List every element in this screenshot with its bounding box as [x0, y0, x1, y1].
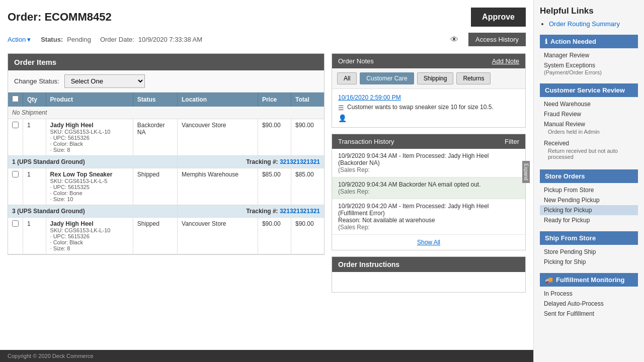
- order-instructions-header: Order Instructions: [332, 257, 525, 272]
- transaction-history-title: Transaction History: [338, 138, 394, 145]
- item-qty: 1: [23, 218, 46, 254]
- sub-header: Action ▾ Status: Pending Order Date: 10/…: [8, 33, 526, 46]
- sidebar-item-picking-for-pickup[interactable]: Picking for Pickup: [540, 205, 638, 215]
- change-status-row: Change Status: Select One: [8, 70, 324, 93]
- show-all-link[interactable]: Show All: [332, 235, 525, 250]
- fulfillment-header: 🚚 Fulfillment Monitoring: [540, 273, 638, 287]
- eye-icon[interactable]: 👁: [450, 35, 458, 44]
- notes-tabs: All Customer Care Shipping Returns: [332, 68, 525, 89]
- access-history-button[interactable]: Access History: [468, 33, 526, 46]
- tab-shipping[interactable]: Shipping: [417, 72, 454, 84]
- sidebar-item-store-pending-ship[interactable]: Store Pending Ship: [540, 247, 638, 257]
- tab-customer-care[interactable]: Customer Care: [360, 72, 414, 84]
- col-product: Product: [46, 93, 133, 107]
- truck-icon: 🚚: [545, 276, 553, 284]
- sidebar-item-sent-for-fulfillment[interactable]: Sent for Fulfillment: [540, 309, 638, 319]
- table-row: 1 Rex Low Top Sneaker SKU: CGS6153-LK-L-…: [8, 168, 324, 205]
- item-location: Vancouver Store: [178, 119, 258, 156]
- item-checkbox[interactable]: [12, 220, 19, 227]
- col-total: Total: [291, 93, 325, 107]
- order-items-box: Order Items Change Status: Select One: [8, 53, 325, 255]
- helpful-links-title: Helpful Links: [540, 6, 638, 16]
- footer-text: Copyright © 2020 Deck Commerce: [8, 353, 94, 359]
- note-text: Customer wants to swap sneaker size 10 f…: [347, 104, 494, 111]
- order-notes-box: Order Notes Add Note All Customer Care S…: [332, 53, 526, 128]
- note-list-icon: ☰: [338, 104, 344, 112]
- sidebar-item-in-process[interactable]: In Process: [540, 289, 638, 299]
- sidebar-item-delayed-auto-process[interactable]: Delayed Auto-Process: [540, 299, 638, 309]
- sidebar-item-manual-review[interactable]: Manual Review Orders held in Admin: [540, 119, 638, 138]
- item-total: $90.00: [291, 119, 325, 156]
- transaction-entry-1: 10/9/2020 9:04:34 AM - Item Processed: J…: [332, 149, 525, 177]
- change-status-select[interactable]: Select One: [64, 74, 145, 88]
- item-qty: 1: [23, 119, 46, 156]
- col-qty: Qty: [23, 93, 46, 107]
- action-button[interactable]: Action ▾: [8, 36, 31, 43]
- sidebar-item-new-pending-pickup[interactable]: New Pending Pickup: [540, 195, 638, 205]
- select-all-checkbox[interactable]: [12, 96, 19, 102]
- sidebar-item-received[interactable]: Received Return received but not auto pr…: [540, 138, 638, 163]
- item-total: $90.00: [291, 218, 325, 254]
- order-items-table: Qty Product Status Location Price Total: [8, 93, 324, 254]
- item-product: Jady High Heel SKU: CGS6153-LK-L-10 · UP…: [46, 218, 133, 254]
- item-check: [8, 119, 23, 156]
- no-shipment-row: No Shipment: [8, 107, 324, 119]
- item-check: [8, 218, 23, 254]
- transaction-history-header: Transaction History Filter: [332, 134, 525, 149]
- change-status-label: Change Status:: [14, 77, 59, 85]
- two-col-layout: Order Items Change Status: Select One: [8, 53, 526, 293]
- sidebar-item-pickup-from-store[interactable]: Pickup From Store: [540, 185, 638, 195]
- order-items-header: Order Items: [8, 54, 324, 70]
- list-item: Order Routing Summary: [549, 20, 638, 28]
- sidebar-item-manager-review[interactable]: Manager Review: [540, 50, 638, 60]
- item-checkbox[interactable]: [12, 171, 19, 177]
- table-row: 1 Jady High Heel SKU: CGS6153-LK-L-10 · …: [8, 218, 324, 254]
- sidebar-item-system-exceptions[interactable]: System Exceptions(Payment/Order Errors): [540, 60, 638, 77]
- order-instructions-content: [332, 272, 525, 292]
- item-price: $90.00: [258, 218, 291, 254]
- order-routing-summary-link[interactable]: Order Routing Summary: [549, 20, 620, 28]
- item-product: Rex Low Top Sneaker SKU: CGS6153-LK-L-5 …: [46, 168, 133, 205]
- right-sidebar: Helpful Links Order Routing Summary ℹ Ac…: [533, 0, 644, 362]
- tracking-link-1[interactable]: 321321321321: [280, 158, 320, 165]
- store-orders-header: Store Orders: [540, 169, 638, 183]
- order-id: ECOMM8452: [44, 11, 111, 23]
- sidebar-item-picking-for-ship[interactable]: Picking for Ship: [540, 257, 638, 267]
- ship-from-store-header: Ship From Store: [540, 231, 638, 245]
- add-note-button[interactable]: Add Note: [492, 57, 519, 65]
- order-title: Order: ECOMM8452: [8, 11, 112, 24]
- sidebar-section-fulfillment: 🚚 Fulfillment Monitoring In Process Dela…: [540, 273, 638, 319]
- sidebar-item-fraud-review[interactable]: Fraud Review: [540, 109, 638, 119]
- transaction-history-box: Transaction History Filter 10/9/2020 9:0…: [332, 134, 526, 250]
- sidebar-item-ready-for-pickup[interactable]: Ready for Pickup: [540, 215, 638, 225]
- order-items-section: Order Items Change Status: Select One: [8, 53, 325, 293]
- note-date[interactable]: 10/16/2020 2:59:00 PM: [338, 94, 519, 101]
- notes-content: 10/16/2020 2:59:00 PM ☰ Customer wants t…: [332, 89, 525, 127]
- item-status: Shipped: [133, 168, 177, 205]
- item-status: Shipped: [133, 218, 177, 254]
- no-shipment-label: No Shipment: [8, 107, 324, 119]
- tracking-link-3[interactable]: 321321321321: [280, 208, 320, 215]
- sidebar-section-ship-from-store: Ship From Store Store Pending Ship Picki…: [540, 231, 638, 267]
- status-area: Status: Pending Order Date: 10/9/2020 7:…: [41, 36, 202, 43]
- transaction-entry-3: 10/9/2020 9:04:20 AM - Item Processed: J…: [332, 199, 525, 235]
- table-row: 1 Jady High Heel SKU: CGS6153-LK-L-10 · …: [8, 119, 324, 156]
- item-product: Jady High Heel SKU: CGS6153-LK-L-10 · UP…: [46, 119, 133, 156]
- tab-all[interactable]: All: [337, 72, 357, 84]
- right-col: Expand Order Notes Add Note All Customer…: [332, 53, 526, 293]
- tab-returns[interactable]: Returns: [456, 72, 491, 84]
- order-prefix: Order:: [8, 11, 41, 23]
- sidebar-item-need-warehouse[interactable]: Need Warehouse: [540, 99, 638, 109]
- csr-header: Customer Service Review: [540, 83, 638, 97]
- sidebar-section-csr: Customer Service Review Need Warehouse F…: [540, 83, 638, 163]
- item-checkbox[interactable]: [12, 122, 19, 128]
- col-check: [8, 93, 23, 107]
- approve-button[interactable]: Approve: [471, 8, 526, 27]
- col-location: Location: [178, 93, 258, 107]
- expand-tab[interactable]: Expand: [522, 161, 530, 183]
- footer: Copyright © 2020 Deck Commerce: [0, 350, 533, 362]
- action-needed-header: ℹ Action Needed: [540, 35, 638, 48]
- filter-button[interactable]: Filter: [505, 138, 519, 145]
- sidebar-section-action-needed: ℹ Action Needed Manager Review System Ex…: [540, 35, 638, 77]
- item-status: BackorderNA: [133, 119, 177, 156]
